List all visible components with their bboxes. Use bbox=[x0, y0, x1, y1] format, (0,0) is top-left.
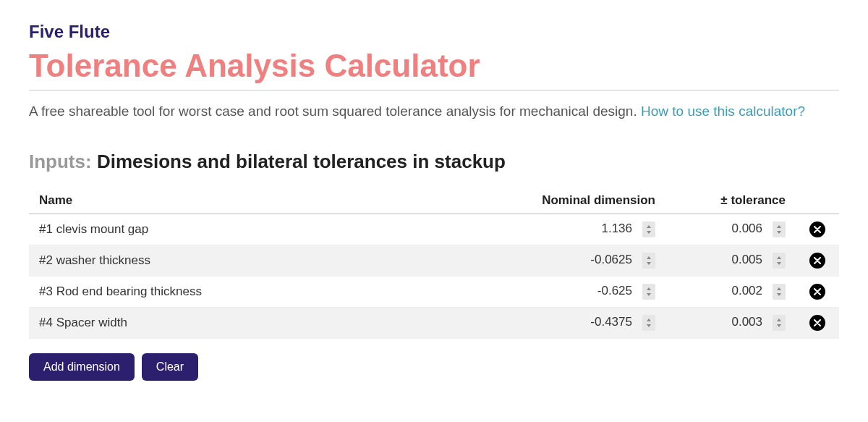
table-row: #1 clevis mount gap1.1360.006 bbox=[29, 214, 839, 245]
row-name: #1 clevis mount gap bbox=[29, 214, 506, 245]
inputs-detail: Dimesions and bilateral tolerances in st… bbox=[97, 151, 506, 172]
delete-row-button[interactable] bbox=[809, 315, 825, 331]
row-name: #4 Spacer width bbox=[29, 307, 506, 338]
how-to-use-link[interactable]: How to use this calculator? bbox=[641, 104, 805, 119]
row-tolerance-value: 0.003 bbox=[719, 315, 762, 329]
add-dimension-button[interactable]: Add dimension bbox=[29, 353, 135, 381]
action-buttons: Add dimension Clear bbox=[29, 353, 839, 381]
description: A free shareable tool for worst case and… bbox=[29, 102, 839, 122]
nominal-stepper[interactable] bbox=[642, 315, 655, 331]
row-nominal-value: 1.136 bbox=[589, 221, 632, 236]
row-delete-cell bbox=[796, 307, 839, 338]
row-nominal-cell: 1.136 bbox=[506, 214, 665, 245]
row-tolerance-cell: 0.002 bbox=[665, 276, 796, 307]
row-name: #2 washer thickness bbox=[29, 245, 506, 276]
row-nominal-value: -0.4375 bbox=[589, 315, 632, 329]
clear-button[interactable]: Clear bbox=[142, 353, 198, 381]
delete-row-button[interactable] bbox=[809, 253, 825, 269]
row-delete-cell bbox=[796, 276, 839, 307]
row-nominal-cell: -0.0625 bbox=[506, 245, 665, 276]
row-nominal-value: -0.0625 bbox=[589, 253, 632, 267]
description-text: A free shareable tool for worst case and… bbox=[29, 104, 641, 119]
row-tolerance-cell: 0.005 bbox=[665, 245, 796, 276]
table-row: #3 Rod end bearing thickness-0.6250.002 bbox=[29, 276, 839, 307]
page-title: Tolerance Analysis Calculator bbox=[29, 48, 839, 90]
row-tolerance-value: 0.005 bbox=[719, 253, 762, 267]
tolerance-stepper[interactable] bbox=[773, 253, 786, 269]
nominal-stepper[interactable] bbox=[642, 253, 655, 269]
row-tolerance-value: 0.002 bbox=[719, 284, 762, 298]
inputs-heading: Inputs: Dimesions and bilateral toleranc… bbox=[29, 151, 839, 173]
col-name-header: Name bbox=[29, 187, 506, 214]
row-delete-cell bbox=[796, 245, 839, 276]
row-tolerance-value: 0.006 bbox=[719, 221, 762, 236]
col-nominal-header: Nominal dimension bbox=[506, 187, 665, 214]
brand-name: Five Flute bbox=[29, 22, 839, 42]
row-nominal-cell: -0.625 bbox=[506, 276, 665, 307]
row-nominal-cell: -0.4375 bbox=[506, 307, 665, 338]
tolerance-stepper[interactable] bbox=[773, 221, 786, 237]
tolerance-stepper[interactable] bbox=[773, 284, 786, 300]
delete-row-button[interactable] bbox=[809, 284, 825, 300]
nominal-stepper[interactable] bbox=[642, 284, 655, 300]
row-tolerance-cell: 0.003 bbox=[665, 307, 796, 338]
row-tolerance-cell: 0.006 bbox=[665, 214, 796, 245]
tolerance-stepper[interactable] bbox=[773, 315, 786, 331]
delete-row-button[interactable] bbox=[809, 221, 825, 237]
row-name: #3 Rod end bearing thickness bbox=[29, 276, 506, 307]
inputs-label: Inputs: bbox=[29, 151, 92, 172]
row-nominal-value: -0.625 bbox=[589, 284, 632, 298]
col-delete-header bbox=[796, 187, 839, 214]
table-row: #2 washer thickness-0.06250.005 bbox=[29, 245, 839, 276]
row-delete-cell bbox=[796, 214, 839, 245]
nominal-stepper[interactable] bbox=[642, 221, 655, 237]
tolerance-table: Name Nominal dimension ± tolerance #1 cl… bbox=[29, 187, 839, 339]
table-row: #4 Spacer width-0.43750.003 bbox=[29, 307, 839, 338]
col-tolerance-header: ± tolerance bbox=[665, 187, 796, 214]
